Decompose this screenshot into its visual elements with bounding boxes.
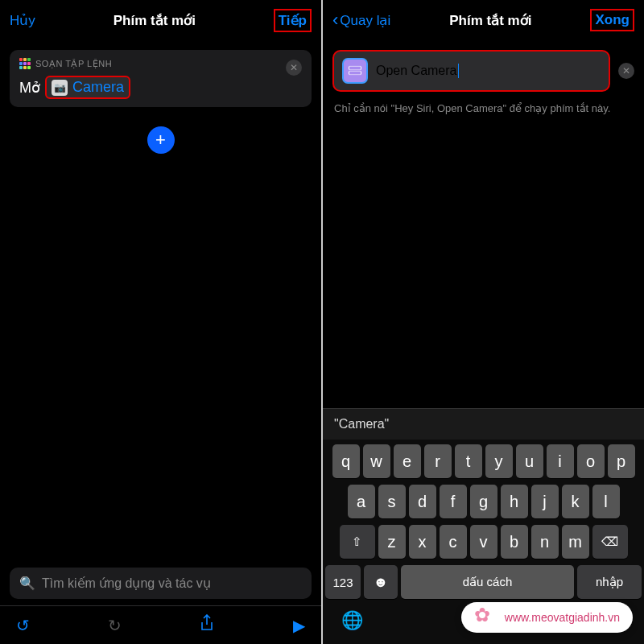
key-a[interactable]: a bbox=[348, 485, 375, 518]
key-v[interactable]: v bbox=[470, 525, 497, 559]
card-label-text: SOẠN TẬP LỆNH bbox=[35, 59, 112, 69]
globe-icon[interactable]: 🌐 bbox=[341, 610, 363, 631]
shortcut-icon[interactable] bbox=[342, 58, 368, 84]
key-l[interactable]: l bbox=[592, 485, 620, 518]
key-m[interactable]: m bbox=[562, 525, 589, 559]
play-icon[interactable]: ▶ bbox=[293, 616, 305, 635]
key-n[interactable]: n bbox=[531, 525, 559, 559]
key-k[interactable]: k bbox=[562, 485, 589, 518]
key-y[interactable]: y bbox=[485, 444, 513, 478]
hint-text: Chỉ cần nói "Hey Siri, Open Camera" để c… bbox=[334, 101, 633, 116]
key-r[interactable]: r bbox=[424, 444, 452, 478]
watermark: www.meovatgiadinh.vn bbox=[461, 602, 633, 633]
emoji-key[interactable]: ☻ bbox=[364, 565, 398, 599]
numbers-key[interactable]: 123 bbox=[325, 565, 361, 599]
suggestion-item[interactable]: "Camera" bbox=[334, 417, 389, 431]
kb-row-3: ⇧ zxcvbnm ⌫ bbox=[325, 525, 642, 559]
shortcut-name-field[interactable]: Open Camera bbox=[332, 50, 610, 92]
phone-left: Hủy Phím tắt mới Tiếp SOẠN TẬP LỆNH ✕ Mở… bbox=[0, 0, 321, 644]
kb-row-2: asdfghjkl bbox=[325, 485, 642, 518]
key-w[interactable]: w bbox=[363, 444, 390, 478]
space-key[interactable]: dấu cách bbox=[401, 565, 574, 599]
chevron-left-icon: ‹ bbox=[332, 10, 338, 31]
camera-app-icon: 📷 bbox=[52, 80, 68, 96]
app-name: Camera bbox=[72, 79, 124, 96]
scripting-icon bbox=[19, 58, 31, 69]
back-button[interactable]: ‹ Quay lại bbox=[332, 10, 390, 31]
toolbar: ↺ ↻ ▶ bbox=[0, 605, 321, 644]
app-chip[interactable]: 📷 Camera bbox=[45, 76, 130, 99]
shift-key[interactable]: ⇧ bbox=[340, 525, 375, 559]
key-d[interactable]: d bbox=[409, 485, 436, 518]
clear-icon[interactable]: ✕ bbox=[618, 63, 634, 79]
back-label: Quay lại bbox=[340, 12, 390, 29]
key-u[interactable]: u bbox=[516, 444, 543, 478]
share-icon[interactable] bbox=[199, 614, 215, 636]
backspace-key[interactable]: ⌫ bbox=[592, 525, 628, 559]
key-s[interactable]: s bbox=[378, 485, 406, 518]
close-icon[interactable]: ✕ bbox=[286, 60, 302, 76]
add-action-button[interactable]: + bbox=[147, 126, 175, 154]
shortcut-name-text: Open Camera bbox=[376, 64, 459, 79]
kb-row-1: qwertyuiop bbox=[325, 444, 642, 478]
key-g[interactable]: g bbox=[470, 485, 497, 518]
lotus-icon bbox=[474, 607, 498, 628]
layers-icon bbox=[349, 64, 361, 77]
key-z[interactable]: z bbox=[378, 525, 406, 559]
key-h[interactable]: h bbox=[501, 485, 528, 518]
card-label: SOẠN TẬP LỆNH bbox=[19, 58, 302, 69]
key-b[interactable]: b bbox=[501, 525, 528, 559]
open-app-row: Mở 📷 Camera bbox=[19, 76, 302, 99]
key-x[interactable]: x bbox=[409, 525, 436, 559]
kb-row-4: 123 ☻ dấu cách nhập bbox=[325, 565, 642, 599]
search-placeholder: Tìm kiếm ứng dụng và tác vụ bbox=[42, 576, 211, 591]
page-title-left: Phím tắt mới bbox=[114, 12, 196, 29]
search-bar[interactable]: 🔍 Tìm kiếm ứng dụng và tác vụ bbox=[10, 568, 312, 599]
key-f[interactable]: f bbox=[440, 485, 467, 518]
open-verb: Mở bbox=[19, 79, 40, 97]
key-j[interactable]: j bbox=[531, 485, 559, 518]
done-button[interactable]: Xong bbox=[590, 9, 634, 31]
search-icon: 🔍 bbox=[19, 576, 35, 591]
phone-right: ‹ Quay lại Phím tắt mới Xong Open Camera… bbox=[323, 0, 644, 644]
suggestion-bar: "Camera" bbox=[323, 409, 644, 440]
header-left: Hủy Phím tắt mới Tiếp bbox=[0, 0, 321, 40]
redo-icon: ↻ bbox=[108, 616, 122, 635]
key-c[interactable]: c bbox=[440, 525, 467, 559]
key-q[interactable]: q bbox=[332, 444, 360, 478]
cancel-button[interactable]: Hủy bbox=[10, 12, 35, 29]
watermark-text: www.meovatgiadinh.vn bbox=[505, 611, 620, 624]
page-title-right: Phím tắt mới bbox=[449, 12, 531, 29]
header-right: ‹ Quay lại Phím tắt mới Xong bbox=[323, 0, 644, 40]
key-i[interactable]: i bbox=[547, 444, 574, 478]
key-p[interactable]: p bbox=[608, 444, 635, 478]
next-button[interactable]: Tiếp bbox=[274, 9, 312, 32]
shortcut-name-row: Open Camera ✕ bbox=[332, 50, 634, 92]
key-t[interactable]: t bbox=[455, 444, 482, 478]
return-key[interactable]: nhập bbox=[577, 565, 642, 599]
undo-icon[interactable]: ↺ bbox=[16, 616, 30, 635]
action-card: SOẠN TẬP LỆNH ✕ Mở 📷 Camera bbox=[10, 50, 312, 107]
key-e[interactable]: e bbox=[394, 444, 421, 478]
key-o[interactable]: o bbox=[577, 444, 605, 478]
